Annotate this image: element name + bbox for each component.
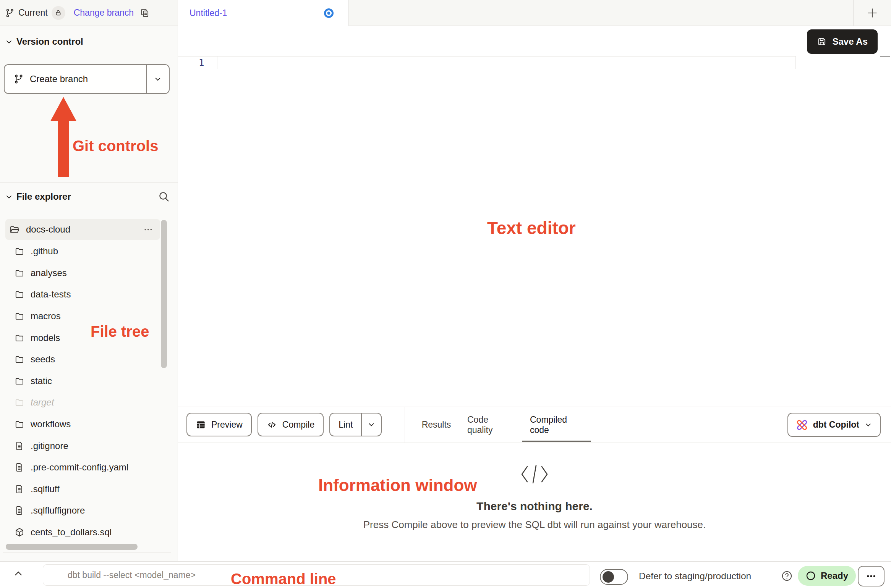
folder-icon — [15, 246, 24, 256]
more-options-icon[interactable] — [143, 224, 154, 235]
folder-open-icon — [9, 224, 20, 235]
file-icon — [15, 462, 24, 472]
ready-label: Ready — [821, 570, 848, 581]
active-line-highlight[interactable] — [217, 56, 796, 69]
tree-item-label: .sqlfluffignore — [31, 505, 85, 516]
preview-button[interactable]: Preview — [186, 413, 252, 436]
tree-row-root[interactable]: docs-cloud — [5, 219, 160, 240]
annotation-arrow-head — [50, 97, 76, 121]
code-icon — [267, 420, 277, 430]
horizontal-scrollbar[interactable] — [6, 544, 138, 550]
copilot-label: dbt Copilot — [813, 420, 859, 430]
compile-button[interactable]: Compile — [258, 413, 324, 436]
search-icon[interactable] — [158, 191, 170, 203]
new-tab-button[interactable] — [853, 0, 891, 26]
editor-tab-bar: Untitled-1 — [178, 0, 891, 26]
folder-icon — [15, 268, 24, 278]
folder-icon — [15, 289, 24, 299]
git-header: Current Change branch — [0, 0, 178, 26]
current-branch-label: Current — [18, 8, 48, 18]
status-circle-icon — [805, 570, 816, 581]
unsaved-indicator-icon — [324, 8, 334, 18]
lint-dropdown[interactable] — [362, 414, 381, 436]
tree-row[interactable]: seeds — [3, 349, 163, 370]
tree-row[interactable]: workflows — [3, 414, 163, 435]
dbt-copilot-button[interactable]: dbt Copilot — [787, 413, 881, 437]
defer-label: Defer to staging/production — [639, 571, 751, 582]
tree-row[interactable]: analyses — [3, 262, 163, 284]
file-icon — [15, 441, 24, 451]
tree-item-label: workflows — [31, 419, 71, 430]
tree-item-label: macros — [31, 311, 61, 321]
tree-item-label: .pre-commit-config.yaml — [31, 462, 128, 473]
line-number: 1 — [199, 57, 204, 68]
active-tab-underline — [522, 441, 591, 442]
tab-code-quality[interactable]: Code quality — [467, 407, 512, 443]
tree-item-label: models — [31, 333, 60, 343]
copy-icon[interactable] — [140, 8, 150, 18]
chevron-down-icon — [5, 193, 13, 200]
more-options-button[interactable] — [858, 566, 885, 586]
chevron-down-icon — [864, 421, 872, 429]
create-branch-dropdown[interactable] — [147, 65, 169, 93]
annotation-arrow-shaft — [58, 120, 69, 177]
code-empty-state-icon — [520, 464, 549, 485]
tree-row[interactable]: data-tests — [3, 284, 163, 305]
bottom-panel-toolbar: Preview Compile Lint Results — [178, 407, 891, 443]
tree-row[interactable]: .sqlfluffignore — [3, 500, 163, 522]
tree-row[interactable]: static — [3, 370, 163, 392]
help-icon[interactable] — [781, 570, 793, 582]
editor-toolbar: Save As — [178, 26, 891, 57]
tree-row[interactable]: .gitignore — [3, 435, 163, 457]
tab-compiled-code[interactable]: Compiled code — [530, 407, 585, 443]
tree-row[interactable]: .sqlfluff — [3, 478, 163, 500]
tree-item-label: data-tests — [31, 289, 71, 300]
git-branch-icon — [14, 74, 24, 84]
section-divider — [0, 182, 178, 183]
tab-label: Code quality — [467, 415, 512, 435]
tree-row[interactable]: .github — [3, 241, 163, 262]
command-status-bar — [0, 561, 891, 588]
file-tree-list: .github analyses data-tests macros model… — [3, 241, 163, 543]
text-editor-area[interactable]: 1 — [178, 57, 891, 407]
folder-icon — [15, 397, 24, 407]
tree-row[interactable]: models — [3, 327, 163, 349]
defer-toggle[interactable] — [600, 569, 628, 585]
file-tree-panel: docs-cloud .github analyses data-tests — [3, 213, 171, 553]
file-explorer-section-header[interactable]: File explorer — [5, 191, 71, 202]
version-control-section-header[interactable]: Version control — [5, 36, 83, 47]
lint-label: Lint — [339, 420, 353, 430]
tree-row[interactable]: .pre-commit-config.yaml — [3, 457, 163, 478]
tree-row[interactable]: cents_to_dollars.sql — [3, 522, 163, 543]
chevron-up-icon[interactable] — [13, 568, 24, 579]
tree-item-label: .github — [31, 246, 58, 257]
tree-row[interactable]: macros — [3, 305, 163, 327]
tab-results[interactable]: Results — [423, 407, 450, 443]
lint-button[interactable]: Lint — [330, 414, 361, 436]
sidebar: Current Change branch — [0, 0, 178, 561]
create-branch-label: Create branch — [30, 74, 88, 84]
tree-root-label: docs-cloud — [26, 224, 70, 235]
command-line-input[interactable] — [43, 565, 590, 585]
tree-row-target-muted[interactable]: target — [3, 392, 163, 414]
vertical-scrollbar[interactable] — [161, 220, 167, 368]
tree-item-label: analyses — [31, 268, 67, 278]
command-input-box — [43, 564, 590, 586]
create-branch-main[interactable]: Create branch — [5, 65, 146, 93]
file-icon — [15, 506, 24, 515]
create-branch-button[interactable]: Create branch — [4, 64, 170, 94]
information-window: There's nothing here. Press Compile abov… — [178, 443, 891, 561]
save-icon — [817, 37, 827, 47]
dbt-copilot-icon — [796, 419, 808, 431]
lock-icon — [55, 9, 62, 16]
file-icon — [15, 484, 24, 494]
tab-untitled-1[interactable]: Untitled-1 — [178, 0, 349, 26]
folder-icon — [15, 333, 24, 343]
change-branch-link[interactable]: Change branch — [74, 8, 134, 18]
dbt-ide-window: Current Change branch — [0, 0, 891, 588]
tab-title: Untitled-1 — [190, 8, 227, 18]
plus-icon — [866, 6, 879, 19]
editor-action-buttons: Preview Compile Lint — [186, 413, 382, 436]
save-as-button[interactable]: Save As — [807, 29, 878, 54]
folder-icon — [15, 419, 24, 429]
